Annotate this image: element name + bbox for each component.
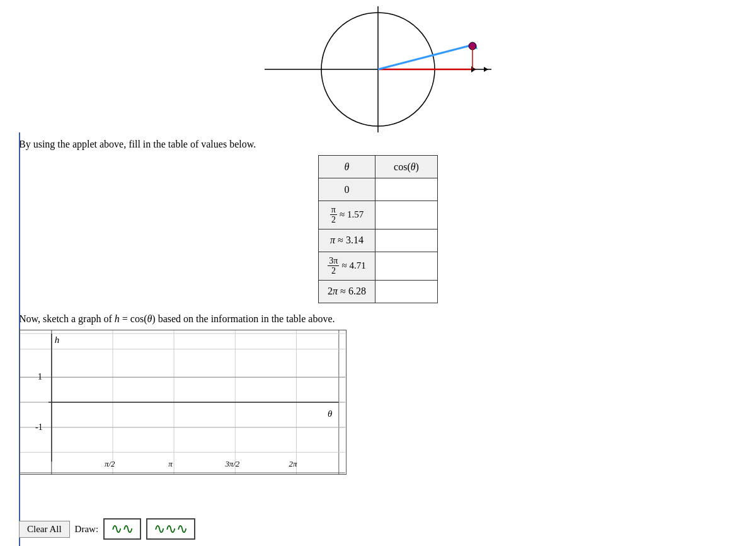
clear-all-button[interactable]: Clear All bbox=[19, 521, 70, 538]
unit-circle-svg bbox=[252, 0, 504, 132]
svg-text:π: π bbox=[168, 460, 173, 468]
theta-3pi2: 3π 2 ≈ 4.71 bbox=[319, 252, 375, 280]
svg-text:1: 1 bbox=[38, 372, 42, 381]
cos-value-pi[interactable] bbox=[384, 235, 428, 246]
graph-svg: h 1 -1 θ π/2 π 3π/2 2π bbox=[19, 330, 346, 475]
svg-text:3π/2: 3π/2 bbox=[224, 460, 239, 468]
cos-input-0[interactable] bbox=[375, 178, 438, 201]
graph-section: h 1 -1 θ π/2 π 3π/2 2π bbox=[0, 330, 756, 468]
svg-text:θ: θ bbox=[328, 408, 332, 418]
toolbar: Clear All Draw: ∿∿ ∿∿∿ bbox=[19, 518, 195, 540]
svg-marker-7 bbox=[484, 67, 488, 72]
cos-value-pi2[interactable] bbox=[384, 210, 428, 221]
fraction-pi2: π 2 bbox=[330, 205, 337, 225]
draw-label: Draw: bbox=[75, 524, 99, 535]
table-row: π 2 ≈ 1.57 bbox=[319, 201, 438, 229]
draw-icon-2: ∿∿∿ bbox=[154, 521, 188, 537]
table-instruction: By using the applet above, fill in the t… bbox=[19, 139, 256, 149]
svg-text:π/2: π/2 bbox=[105, 460, 115, 468]
svg-text:2π: 2π bbox=[289, 460, 297, 468]
sketch-instructions: Now, sketch a graph of h = cos(θ) based … bbox=[0, 303, 756, 330]
values-table: θ cos(θ) 0 π bbox=[318, 155, 438, 303]
theta-0: 0 bbox=[319, 178, 375, 201]
table-row: 0 bbox=[319, 178, 438, 201]
svg-line-4 bbox=[378, 44, 476, 69]
col-cos-header: cos(θ) bbox=[375, 156, 438, 178]
cos-input-pi[interactable] bbox=[375, 229, 438, 252]
cos-input-2pi[interactable] bbox=[375, 280, 438, 303]
table-row: 2π ≈ 6.28 bbox=[319, 280, 438, 303]
fraction-3pi2: 3π 2 bbox=[328, 256, 339, 276]
svg-marker-6 bbox=[471, 66, 476, 73]
cos-value-3pi2[interactable] bbox=[384, 261, 428, 272]
draw-icon-1: ∿∿ bbox=[111, 521, 134, 537]
theta-pi2: π 2 ≈ 1.57 bbox=[319, 201, 375, 229]
instructions-text: By using the applet above, fill in the t… bbox=[0, 132, 756, 155]
sketch-instruction-text: Now, sketch a graph of h = cos(θ) based … bbox=[19, 313, 335, 324]
col-theta-header: θ bbox=[319, 156, 375, 178]
cos-input-pi2[interactable] bbox=[375, 201, 438, 229]
applet-area bbox=[0, 0, 756, 132]
page-container: By using the applet above, fill in the t… bbox=[0, 0, 756, 546]
table-row: π ≈ 3.14 bbox=[319, 229, 438, 252]
cos-value-2pi[interactable] bbox=[384, 286, 428, 297]
draw-button-1[interactable]: ∿∿ bbox=[103, 518, 141, 540]
draw-button-2[interactable]: ∿∿∿ bbox=[146, 518, 195, 540]
cos-value-0[interactable] bbox=[384, 185, 428, 195]
graph-canvas[interactable]: h 1 -1 θ π/2 π 3π/2 2π bbox=[19, 330, 340, 468]
svg-text:-1: -1 bbox=[35, 422, 43, 431]
theta-2pi: 2π ≈ 6.28 bbox=[319, 280, 375, 303]
svg-text:h: h bbox=[55, 334, 59, 344]
table-section: θ cos(θ) 0 π bbox=[0, 155, 756, 303]
table-row: 3π 2 ≈ 4.71 bbox=[319, 252, 438, 280]
theta-pi: π ≈ 3.14 bbox=[319, 229, 375, 252]
cos-input-3pi2[interactable] bbox=[375, 252, 438, 280]
